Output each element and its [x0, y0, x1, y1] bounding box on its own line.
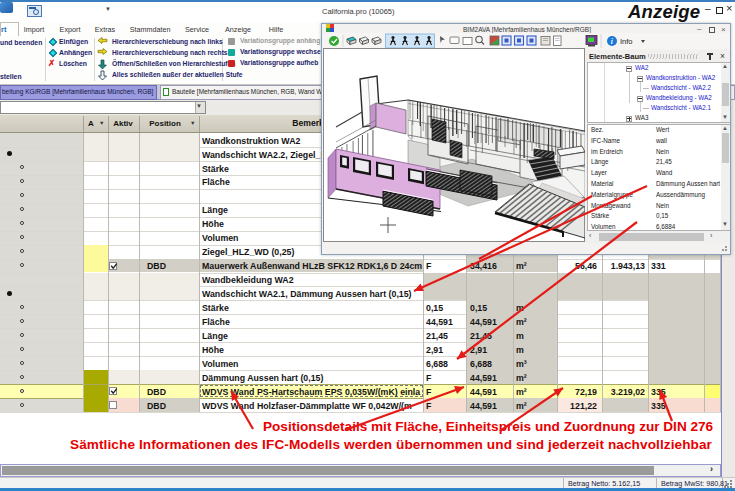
- svg-text:Info: Info: [620, 37, 633, 46]
